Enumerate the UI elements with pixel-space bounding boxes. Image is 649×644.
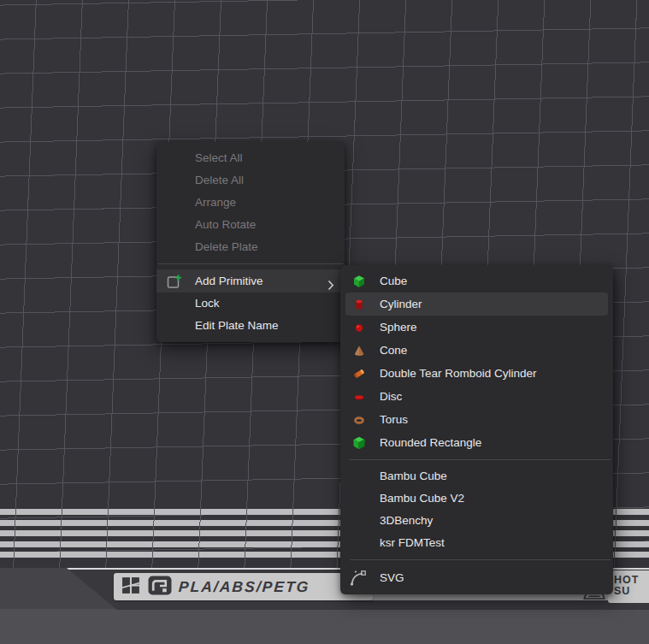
menu-item-delete-all[interactable]: Delete All [156, 169, 345, 192]
menu-item-delete-plate[interactable]: Delete Plate [156, 236, 345, 258]
viewport-floor [0, 609, 649, 644]
submenu-item-label: Disc [380, 390, 402, 403]
submenu-item-bambu-cube-v2[interactable]: Bambu Cube V2 [340, 487, 613, 510]
add-primitive-submenu: Cube Cylinder Sphere [340, 265, 613, 594]
submenu-item-svg[interactable]: SVG [340, 565, 613, 590]
submenu-item-label: Cylinder [380, 298, 422, 310]
menu-item-edit-plate-name[interactable]: Edit Plate Name [156, 315, 345, 337]
submenu-item-label: Cone [380, 344, 407, 357]
sphere-icon [351, 320, 367, 335]
submenu-item-cylinder[interactable]: Cylinder [345, 292, 608, 316]
menu-item-label: Add Primitive [195, 275, 263, 287]
cone-icon [351, 343, 367, 358]
plate-type-logo-icon [148, 576, 172, 599]
disc-icon [351, 389, 367, 405]
menu-item-auto-rotate[interactable]: Auto Rotate [156, 214, 345, 236]
submenu-item-rounded-rectangle[interactable]: Rounded Rectangle [340, 431, 613, 454]
menu-item-select-all[interactable]: Select All [156, 147, 345, 169]
menu-item-add-primitive[interactable]: Add Primitive [156, 269, 345, 292]
submenu-separator [350, 559, 611, 560]
submenu-item-bambu-cube[interactable]: Bambu Cube [340, 465, 613, 487]
plate-brand-badge: PLA/ABS/PETG [114, 573, 373, 600]
submenu-separator [350, 459, 611, 460]
menu-item-lock[interactable]: Lock [156, 292, 345, 315]
submenu-item-disc[interactable]: Disc [340, 385, 613, 408]
add-primitive-icon [166, 273, 183, 290]
cube-icon [351, 274, 367, 289]
submenu-item-label: Rounded Rectangle [380, 436, 481, 449]
hot-surface-warning-badge: HOT SU [608, 570, 649, 603]
warning-text-line2: SU [614, 586, 649, 597]
submenu-item-cone[interactable]: Cone [340, 339, 613, 362]
submenu-item-cube[interactable]: Cube [340, 269, 613, 292]
submenu-item-ksr-fdmtest[interactable]: ksr FDMTest [340, 532, 613, 554]
submenu-item-label: Torus [380, 413, 408, 426]
submenu-item-label: SVG [380, 571, 404, 584]
torus-icon [351, 412, 367, 428]
submenu-item-label: Sphere [380, 321, 417, 334]
submenu-item-double-tear-romboid-cylinder[interactable]: Double Tear Romboid Cylinder [340, 362, 613, 385]
submenu-item-sphere[interactable]: Sphere [340, 316, 613, 339]
submenu-item-3dbenchy[interactable]: 3DBenchy [340, 510, 613, 532]
submenu-item-torus[interactable]: Torus [340, 408, 613, 431]
rounded-rectangle-icon [351, 435, 367, 451]
viewport-3d[interactable]: PLA/ABS/PETG HOT SU Select All Delete Al… [0, 0, 649, 644]
chevron-right-icon [327, 275, 334, 287]
submenu-item-label: Double Tear Romboid Cylinder [380, 367, 537, 380]
menu-item-arrange[interactable]: Arrange [156, 192, 345, 214]
plate-context-menu: Select All Delete All Arrange Auto Rotat… [156, 142, 345, 342]
plate-brand-text: PLA/ABS/PETG [178, 578, 310, 596]
double-tear-romboid-cylinder-icon [351, 366, 367, 381]
bambu-logo-icon [121, 576, 141, 599]
menu-separator [158, 263, 343, 264]
bezier-curve-icon [349, 569, 368, 588]
submenu-item-label: Cube [380, 275, 407, 287]
cylinder-icon [351, 297, 367, 312]
